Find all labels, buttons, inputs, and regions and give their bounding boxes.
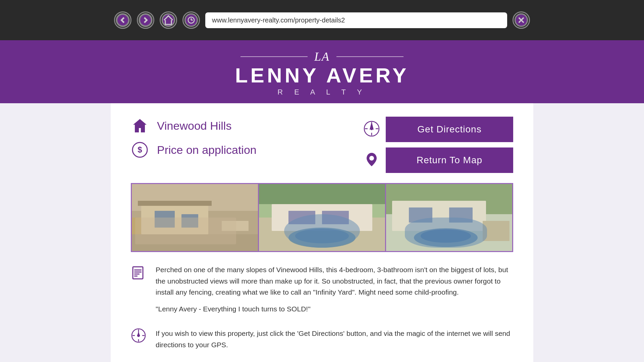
- svg-rect-40: [409, 207, 432, 223]
- price-item: $ Price on application: [131, 141, 257, 159]
- svg-rect-23: [155, 211, 175, 228]
- svg-point-42: [414, 228, 478, 247]
- home-button[interactable]: [160, 11, 177, 29]
- svg-rect-25: [132, 218, 141, 234]
- property-image-2: [258, 184, 385, 251]
- svg-point-19: [369, 156, 374, 161]
- property-image-3: [385, 184, 512, 251]
- svg-rect-44: [483, 221, 509, 241]
- svg-point-1: [140, 14, 152, 26]
- svg-rect-22: [141, 204, 208, 234]
- logo-main: LENNY AVERY: [235, 65, 409, 86]
- svg-text:$: $: [138, 145, 142, 154]
- directions-section: If you wish to view this property, just …: [131, 328, 513, 350]
- description-main: Perched on one of the many slopes of Vin…: [156, 264, 513, 298]
- back-button[interactable]: [114, 11, 131, 29]
- svg-rect-48: [134, 274, 140, 275]
- description-text: Perched on one of the many slopes of Vin…: [156, 264, 513, 314]
- compass-icon: [363, 120, 380, 139]
- svg-point-0: [117, 14, 129, 26]
- svg-rect-45: [133, 267, 143, 279]
- return-to-map-button[interactable]: Return To Map: [386, 147, 513, 173]
- svg-point-35: [295, 229, 349, 243]
- property-images: [131, 183, 513, 252]
- address-bar[interactable]: [205, 12, 507, 28]
- price-text: Price on application: [157, 143, 257, 157]
- svg-marker-18: [370, 123, 373, 129]
- site-header: LA LENNY AVERY R E A L T Y: [0, 40, 644, 103]
- forward-button[interactable]: [137, 11, 154, 29]
- svg-rect-41: [449, 207, 473, 223]
- svg-marker-26: [138, 201, 212, 206]
- property-image-1: [132, 184, 258, 251]
- dollar-icon: $: [131, 141, 149, 159]
- svg-rect-49: [134, 276, 138, 277]
- logo: LA LENNY AVERY R E A L T Y: [0, 50, 644, 97]
- directions-text: If you wish to view this property, just …: [156, 328, 513, 350]
- tagline: "Lenny Avery - Everything I touch turns …: [156, 303, 513, 315]
- svg-point-43: [421, 229, 471, 243]
- svg-rect-33: [322, 211, 349, 224]
- map-pin-icon: [363, 151, 380, 170]
- location-item: Vinewood Hills: [131, 117, 257, 135]
- home-icon: [131, 117, 149, 135]
- location-text: Vinewood Hills: [157, 119, 231, 132]
- svg-rect-28: [132, 234, 258, 251]
- svg-rect-36: [259, 184, 385, 204]
- svg-rect-31: [272, 204, 372, 231]
- property-right: Get Directions Return To Map: [363, 117, 513, 173]
- close-button[interactable]: [513, 11, 530, 29]
- svg-rect-47: [134, 272, 142, 273]
- property-left: Vinewood Hills $ Price on application: [131, 117, 257, 159]
- main-content: Vinewood Hills $ Price on application: [0, 103, 644, 362]
- svg-rect-46: [134, 269, 142, 270]
- get-directions-button[interactable]: Get Directions: [386, 117, 513, 142]
- history-button[interactable]: [182, 11, 200, 29]
- property-info-row: Vinewood Hills $ Price on application: [131, 117, 513, 173]
- logo-sub: R E A L T Y: [277, 88, 367, 97]
- svg-point-34: [288, 228, 356, 248]
- content-inner: Vinewood Hills $ Price on application: [111, 103, 533, 362]
- browser-chrome: [0, 0, 644, 40]
- description-section: Perched on one of the many slopes of Vin…: [131, 264, 513, 314]
- description-icon: [131, 265, 146, 284]
- svg-rect-27: [222, 221, 249, 231]
- svg-rect-32: [288, 211, 315, 224]
- logo-script: LA: [314, 50, 330, 64]
- svg-rect-24: [181, 214, 198, 228]
- directions-icon: [131, 328, 146, 346]
